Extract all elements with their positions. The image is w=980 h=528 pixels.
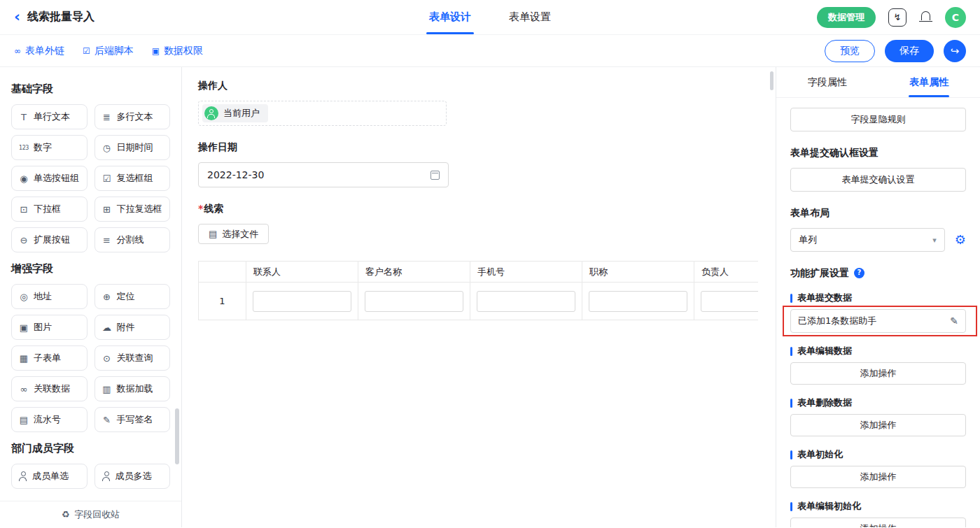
datetime-field-item[interactable]: ◷ 日期时间 (94, 135, 171, 160)
field-item-label: 数据加载 (117, 383, 153, 395)
current-user-tag[interactable]: 当前用户 (202, 104, 268, 122)
contact-cell-input[interactable] (253, 291, 351, 312)
share-button[interactable]: ↪ (944, 40, 966, 62)
attachment-field-item[interactable]: ☁ 附件 (94, 315, 171, 340)
tab-form-design[interactable]: 表单设计 (426, 0, 474, 34)
operation-date-field[interactable]: 操作日期 2022-12-30 (198, 141, 776, 187)
save-button[interactable]: 保存 (885, 40, 934, 62)
properties-panel: 字段属性 表单属性 字段显隐规则 表单提交确认框设置 表单提交确认设置 表单布局… (776, 67, 980, 527)
field-item-label: 单行文本 (34, 110, 70, 123)
column-header-mobile: 手机号 (470, 262, 582, 283)
canvas-scrollbar[interactable] (770, 71, 774, 90)
mobile-cell-input[interactable] (477, 291, 575, 312)
index-column-header (199, 262, 246, 283)
subform-field-item[interactable]: ▦ 子表单 (11, 345, 88, 371)
edit-icon[interactable]: ✎ (950, 315, 958, 327)
column-header-owner: 负责人 (694, 262, 758, 283)
tab-field-properties-label: 字段属性 (808, 76, 847, 89)
operator-field[interactable]: 操作人 当前用户 (198, 80, 776, 126)
tab-form-properties[interactable]: 表单属性 (878, 67, 980, 97)
clue-field-label: *线索 (198, 203, 776, 215)
related-data-icon: ∞ (18, 384, 29, 394)
data-assistant-value: 已添加1条数据助手 (798, 315, 876, 327)
blue-bar-icon (790, 502, 792, 511)
member-multi-field-item[interactable]: 成员多选 (94, 464, 171, 489)
form-edit-init-label: 表单编辑初始化 (790, 501, 966, 512)
current-user-tag-label: 当前用户 (223, 107, 260, 120)
clue-field[interactable]: *线索 ▤ 选择文件 联系人 客户名称 手机号 职称 负责人 1 (198, 203, 776, 320)
data-load-field-item[interactable]: ▥ 数据加载 (94, 376, 171, 401)
field-visibility-rules-button[interactable]: 字段显隐规则 (790, 108, 966, 131)
member-multi-icon (102, 471, 111, 481)
backend-script-label: 后端脚本 (94, 45, 134, 57)
back-icon[interactable]: ‹ (14, 9, 20, 24)
help-icon[interactable]: ? (854, 268, 864, 278)
address-field-item[interactable]: ◎ 地址 (11, 284, 88, 309)
add-operation-button-edit-init[interactable]: 添加操作 (790, 518, 966, 527)
backend-script-link[interactable]: ☑ 后端脚本 (83, 45, 134, 57)
field-item-label: 复选框组 (117, 172, 153, 185)
workflow-icon[interactable]: ↯ (888, 8, 906, 27)
add-operation-button-delete[interactable]: 添加操作 (790, 414, 966, 436)
data-permission-link[interactable]: ▣ 数据权限 (152, 45, 203, 57)
bell-icon[interactable] (919, 10, 932, 24)
clue-table: 联系人 客户名称 手机号 职称 负责人 1 (198, 261, 758, 320)
number-field-item[interactable]: 123 数字 (11, 135, 88, 160)
data-manage-button[interactable]: 数据管理 (817, 7, 876, 28)
location-field-item[interactable]: ⊕ 定位 (94, 284, 171, 309)
customer-cell-input[interactable] (365, 291, 463, 312)
dropdown-multiselect-field-item[interactable]: ⊞ 下拉复选框 (94, 197, 171, 222)
field-recycle-bin[interactable]: ♻ 字段回收站 (0, 501, 181, 527)
field-item-label: 扩展按钮 (34, 234, 70, 246)
serial-number-icon: ▤ (18, 415, 29, 425)
serial-number-field-item[interactable]: ▤ 流水号 (11, 407, 88, 432)
add-operation-button-edit[interactable]: 添加操作 (790, 362, 966, 385)
row-index-cell: 1 (199, 283, 246, 320)
title-cell-input[interactable] (589, 291, 687, 312)
avatar[interactable]: C (945, 7, 966, 28)
data-assistant-field[interactable]: 已添加1条数据助手 ✎ (790, 309, 966, 333)
gear-icon[interactable]: ⚙ (955, 234, 966, 246)
owner-cell-input[interactable] (701, 291, 758, 312)
add-operation-button-init[interactable]: 添加操作 (790, 466, 966, 488)
table-row: 1 (199, 283, 758, 320)
blue-bar-icon (790, 294, 792, 303)
operation-date-value: 2022-12-30 (207, 169, 264, 180)
related-data-field-item[interactable]: ∞ 关联数据 (11, 376, 88, 401)
divider-field-item[interactable]: ≡ 分割线 (94, 227, 171, 252)
dropdown-field-item[interactable]: ⊡ 下拉框 (11, 197, 88, 222)
sidebar-scrollbar[interactable] (175, 408, 179, 464)
image-field-item[interactable]: ▣ 图片 (11, 315, 88, 340)
checkbox-group-field-item[interactable]: ☑ 复选框组 (94, 166, 171, 191)
member-single-icon (18, 471, 28, 481)
submit-confirm-settings-button[interactable]: 表单提交确认设置 (790, 168, 966, 192)
operator-field-input[interactable]: 当前用户 (198, 101, 447, 126)
extend-button-field-item[interactable]: ⊖ 扩展按钮 (11, 227, 88, 252)
submit-confirm-heading: 表单提交确认框设置 (790, 145, 966, 159)
form-layout-select[interactable]: 单列 ▾ (790, 228, 945, 252)
tab-form-settings[interactable]: 表单设置 (506, 0, 554, 34)
signature-field-item[interactable]: ✎ 手写签名 (94, 407, 171, 432)
backend-script-icon: ☑ (83, 46, 90, 56)
member-single-field-item[interactable]: 成员单选 (11, 464, 88, 489)
related-query-field-item[interactable]: ⊙ 关联查询 (94, 345, 171, 371)
preview-button[interactable]: 预览 (825, 40, 875, 62)
extend-button-icon: ⊖ (18, 235, 29, 245)
single-line-text-field-item[interactable]: T 单行文本 (11, 104, 88, 129)
multiline-text-field-item[interactable]: ≣ 多行文本 (94, 104, 171, 129)
panel-tabs: 字段属性 表单属性 (776, 67, 980, 98)
select-file-button[interactable]: ▤ 选择文件 (198, 224, 269, 244)
field-item-label: 子表单 (34, 352, 61, 364)
form-layout-value: 单列 (799, 234, 817, 246)
panel-body: 字段显隐规则 表单提交确认框设置 表单提交确认设置 表单布局 单列 ▾ ⚙ 功能… (776, 98, 980, 527)
field-item-label: 定位 (117, 290, 135, 303)
data-load-icon: ▥ (102, 384, 113, 394)
calendar-icon[interactable] (430, 171, 440, 180)
radio-group-field-item[interactable]: ◉ 单选按钮组 (11, 166, 88, 191)
operation-date-input[interactable]: 2022-12-30 (198, 162, 449, 187)
section-enhanced-fields-title: 增强字段 (11, 262, 170, 276)
tab-field-properties[interactable]: 字段属性 (776, 67, 878, 97)
top-bar: ‹ 线索批量导入 表单设计 表单设置 数据管理 ↯ C (0, 0, 980, 35)
form-external-link[interactable]: ∞ 表单外链 (14, 45, 64, 57)
share-icon: ↪ (951, 45, 960, 57)
